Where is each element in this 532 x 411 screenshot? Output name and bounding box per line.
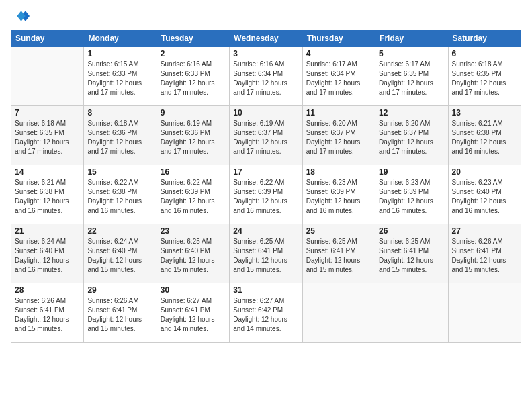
- calendar-cell: 29Sunrise: 6:26 AM Sunset: 6:41 PM Dayli…: [84, 283, 157, 342]
- calendar-cell: 21Sunrise: 6:24 AM Sunset: 6:40 PM Dayli…: [11, 224, 84, 283]
- day-number: 3: [233, 49, 298, 58]
- calendar-cell: 23Sunrise: 6:25 AM Sunset: 6:40 PM Dayli…: [157, 224, 229, 283]
- day-number: 18: [306, 167, 371, 177]
- weekday-header-tuesday: Tuesday: [157, 30, 229, 47]
- calendar-cell: 5Sunrise: 6:17 AM Sunset: 6:35 PM Daylig…: [375, 47, 448, 106]
- calendar-cell: [11, 47, 84, 106]
- day-info: Sunrise: 6:23 AM Sunset: 6:40 PM Dayligh…: [452, 178, 517, 216]
- svg-marker-1: [17, 11, 25, 21]
- day-number: 28: [15, 285, 80, 295]
- calendar-cell: 22Sunrise: 6:24 AM Sunset: 6:40 PM Dayli…: [84, 224, 157, 283]
- calendar-cell: 24Sunrise: 6:25 AM Sunset: 6:41 PM Dayli…: [230, 224, 302, 283]
- day-info: Sunrise: 6:20 AM Sunset: 6:37 PM Dayligh…: [379, 119, 444, 156]
- calendar-cell: 27Sunrise: 6:26 AM Sunset: 6:41 PM Dayli…: [448, 224, 521, 283]
- calendar-cell: 1Sunrise: 6:15 AM Sunset: 6:33 PM Daylig…: [84, 47, 157, 106]
- calendar-cell: 9Sunrise: 6:19 AM Sunset: 6:36 PM Daylig…: [157, 106, 229, 165]
- day-info: Sunrise: 6:22 AM Sunset: 6:39 PM Dayligh…: [161, 178, 226, 216]
- page: SundayMondayTuesdayWednesdayThursdayFrid…: [0, 0, 532, 411]
- day-number: 17: [233, 167, 298, 177]
- day-number: 19: [379, 167, 444, 177]
- weekday-header-friday: Friday: [375, 30, 448, 47]
- calendar-cell: 15Sunrise: 6:22 AM Sunset: 6:38 PM Dayli…: [84, 165, 157, 224]
- weekday-header-row: SundayMondayTuesdayWednesdayThursdayFrid…: [11, 30, 521, 47]
- day-info: Sunrise: 6:18 AM Sunset: 6:35 PM Dayligh…: [452, 60, 517, 97]
- calendar-cell: 14Sunrise: 6:21 AM Sunset: 6:38 PM Dayli…: [11, 165, 84, 224]
- day-number: 9: [161, 108, 226, 118]
- calendar-week-row: 21Sunrise: 6:24 AM Sunset: 6:40 PM Dayli…: [11, 224, 521, 283]
- day-number: 16: [161, 167, 226, 177]
- day-number: 15: [87, 167, 152, 177]
- day-info: Sunrise: 6:25 AM Sunset: 6:40 PM Dayligh…: [161, 237, 226, 275]
- day-number: 13: [452, 108, 517, 118]
- day-number: 11: [306, 108, 371, 118]
- day-number: 24: [233, 226, 298, 236]
- calendar-cell: [448, 283, 521, 342]
- day-number: 29: [87, 285, 152, 295]
- day-info: Sunrise: 6:19 AM Sunset: 6:37 PM Dayligh…: [233, 119, 298, 156]
- day-info: Sunrise: 6:17 AM Sunset: 6:34 PM Dayligh…: [306, 60, 371, 97]
- calendar-cell: 25Sunrise: 6:25 AM Sunset: 6:41 PM Dayli…: [302, 224, 375, 283]
- day-info: Sunrise: 6:25 AM Sunset: 6:41 PM Dayligh…: [379, 237, 444, 275]
- day-number: 31: [233, 285, 298, 295]
- day-info: Sunrise: 6:21 AM Sunset: 6:38 PM Dayligh…: [452, 119, 517, 156]
- calendar-table: SundayMondayTuesdayWednesdayThursdayFrid…: [11, 30, 521, 342]
- calendar-cell: 2Sunrise: 6:16 AM Sunset: 6:33 PM Daylig…: [157, 47, 229, 106]
- day-info: Sunrise: 6:23 AM Sunset: 6:39 PM Dayligh…: [379, 178, 444, 216]
- day-info: Sunrise: 6:25 AM Sunset: 6:41 PM Dayligh…: [306, 237, 371, 275]
- calendar-cell: 7Sunrise: 6:18 AM Sunset: 6:35 PM Daylig…: [11, 106, 84, 165]
- day-number: 22: [87, 226, 152, 236]
- day-info: Sunrise: 6:16 AM Sunset: 6:34 PM Dayligh…: [233, 60, 298, 97]
- calendar-cell: 3Sunrise: 6:16 AM Sunset: 6:34 PM Daylig…: [230, 47, 302, 106]
- calendar-week-row: 14Sunrise: 6:21 AM Sunset: 6:38 PM Dayli…: [11, 165, 521, 224]
- calendar-week-row: 28Sunrise: 6:26 AM Sunset: 6:41 PM Dayli…: [11, 283, 521, 342]
- calendar-week-row: 7Sunrise: 6:18 AM Sunset: 6:35 PM Daylig…: [11, 106, 521, 165]
- logo-icon: [11, 7, 30, 26]
- day-info: Sunrise: 6:26 AM Sunset: 6:41 PM Dayligh…: [87, 296, 152, 334]
- day-info: Sunrise: 6:15 AM Sunset: 6:33 PM Dayligh…: [87, 60, 152, 97]
- weekday-header-sunday: Sunday: [11, 30, 84, 47]
- calendar-cell: [302, 283, 375, 342]
- day-info: Sunrise: 6:23 AM Sunset: 6:39 PM Dayligh…: [306, 178, 371, 216]
- day-info: Sunrise: 6:16 AM Sunset: 6:33 PM Dayligh…: [161, 60, 226, 97]
- day-info: Sunrise: 6:22 AM Sunset: 6:38 PM Dayligh…: [87, 178, 152, 216]
- calendar-cell: 16Sunrise: 6:22 AM Sunset: 6:39 PM Dayli…: [157, 165, 229, 224]
- header: [11, 7, 521, 26]
- day-info: Sunrise: 6:27 AM Sunset: 6:42 PM Dayligh…: [233, 296, 298, 334]
- day-info: Sunrise: 6:20 AM Sunset: 6:37 PM Dayligh…: [306, 119, 371, 156]
- day-info: Sunrise: 6:21 AM Sunset: 6:38 PM Dayligh…: [15, 178, 80, 216]
- weekday-header-monday: Monday: [84, 30, 157, 47]
- day-info: Sunrise: 6:25 AM Sunset: 6:41 PM Dayligh…: [233, 237, 298, 275]
- day-number: 5: [379, 49, 444, 58]
- day-number: 4: [306, 49, 371, 58]
- day-info: Sunrise: 6:19 AM Sunset: 6:36 PM Dayligh…: [161, 119, 226, 156]
- day-number: 10: [233, 108, 298, 118]
- day-info: Sunrise: 6:18 AM Sunset: 6:35 PM Dayligh…: [15, 119, 80, 156]
- calendar-cell: 8Sunrise: 6:18 AM Sunset: 6:36 PM Daylig…: [84, 106, 157, 165]
- day-number: 25: [306, 226, 371, 236]
- calendar-cell: 11Sunrise: 6:20 AM Sunset: 6:37 PM Dayli…: [302, 106, 375, 165]
- calendar-cell: 4Sunrise: 6:17 AM Sunset: 6:34 PM Daylig…: [302, 47, 375, 106]
- calendar-cell: 13Sunrise: 6:21 AM Sunset: 6:38 PM Dayli…: [448, 106, 521, 165]
- day-info: Sunrise: 6:24 AM Sunset: 6:40 PM Dayligh…: [15, 237, 80, 275]
- logo: [11, 7, 32, 26]
- weekday-header-wednesday: Wednesday: [230, 30, 302, 47]
- calendar-cell: 12Sunrise: 6:20 AM Sunset: 6:37 PM Dayli…: [375, 106, 448, 165]
- calendar-cell: 18Sunrise: 6:23 AM Sunset: 6:39 PM Dayli…: [302, 165, 375, 224]
- day-number: 8: [87, 108, 152, 118]
- calendar-cell: 10Sunrise: 6:19 AM Sunset: 6:37 PM Dayli…: [230, 106, 302, 165]
- day-info: Sunrise: 6:26 AM Sunset: 6:41 PM Dayligh…: [452, 237, 517, 275]
- day-info: Sunrise: 6:27 AM Sunset: 6:41 PM Dayligh…: [161, 296, 226, 334]
- day-info: Sunrise: 6:26 AM Sunset: 6:41 PM Dayligh…: [15, 296, 80, 334]
- calendar-cell: 20Sunrise: 6:23 AM Sunset: 6:40 PM Dayli…: [448, 165, 521, 224]
- day-number: 12: [379, 108, 444, 118]
- day-number: 2: [161, 49, 226, 58]
- calendar-cell: 19Sunrise: 6:23 AM Sunset: 6:39 PM Dayli…: [375, 165, 448, 224]
- weekday-header-thursday: Thursday: [302, 30, 375, 47]
- calendar-week-row: 1Sunrise: 6:15 AM Sunset: 6:33 PM Daylig…: [11, 47, 521, 106]
- day-number: 6: [452, 49, 517, 58]
- day-number: 30: [161, 285, 226, 295]
- calendar-cell: 17Sunrise: 6:22 AM Sunset: 6:39 PM Dayli…: [230, 165, 302, 224]
- day-info: Sunrise: 6:17 AM Sunset: 6:35 PM Dayligh…: [379, 60, 444, 97]
- day-number: 14: [15, 167, 80, 177]
- day-number: 7: [15, 108, 80, 118]
